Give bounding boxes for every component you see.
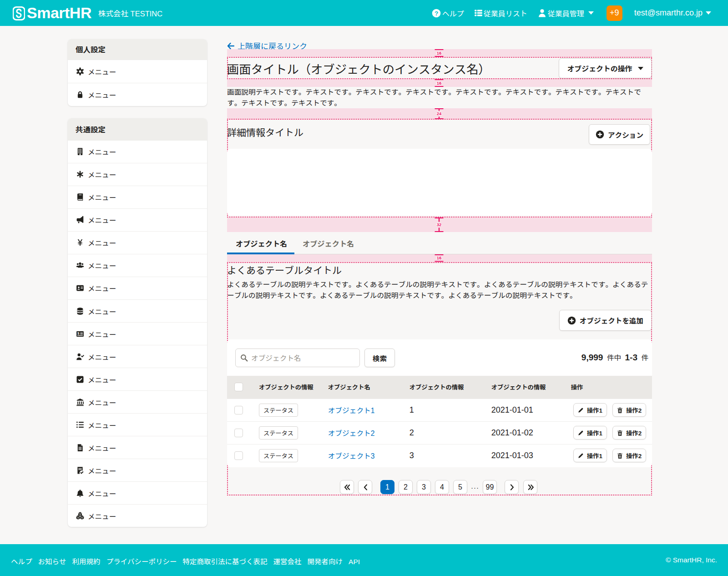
svg-text:16: 16 (437, 80, 442, 85)
svg-text:24: 24 (437, 111, 442, 116)
svg-text:32: 32 (437, 222, 442, 227)
svg-text:16: 16 (437, 50, 442, 55)
svg-text:$: $ (77, 332, 79, 335)
svg-text:16: 16 (437, 255, 442, 260)
svg-text:?: ? (435, 10, 438, 16)
